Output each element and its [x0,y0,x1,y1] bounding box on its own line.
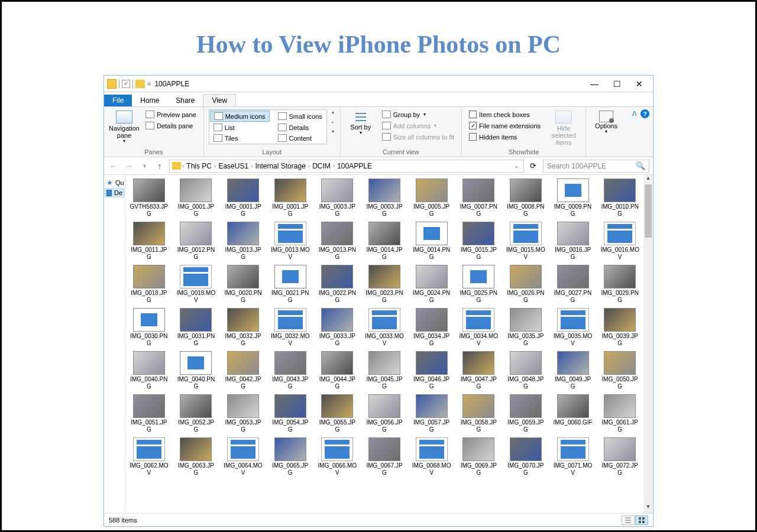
help-icon[interactable]: ? [640,109,649,118]
file-item[interactable]: IMG_0012.PNG [174,222,219,260]
scrollbar-vertical[interactable]: ▲ ▼ [643,175,653,513]
file-list[interactable]: GVTH5833.JPGIMG_0001.JPGIMG_0001.JPGIMG_… [125,175,643,513]
breadcrumb-segment[interactable]: Internal Storage [254,162,306,170]
navigation-pane-button[interactable]: Navigation pane [109,109,140,145]
file-item[interactable]: IMG_0003.JPG [362,179,407,217]
file-item[interactable]: IMG_0013.MOV [268,222,313,260]
file-item[interactable]: IMG_0042.JPG [221,351,266,390]
sort-by-button[interactable]: Sort by [345,109,376,137]
file-item[interactable]: IMG_0071.MOV [551,437,596,476]
layout-tiles[interactable]: Tiles [210,133,270,143]
layout-medium-icons[interactable]: Medium icons [210,111,270,122]
close-button[interactable]: ✕ [628,76,651,92]
file-item[interactable]: IMG_0062.MOV [127,437,172,476]
file-item[interactable]: IMG_0056.JPG [362,394,407,433]
file-item[interactable]: IMG_0058.JPG [456,394,501,433]
file-item[interactable]: IMG_0001.JPG [268,179,313,217]
file-item[interactable]: IMG_0040.PNG [174,351,219,390]
file-item[interactable]: IMG_0052.JPG [174,394,219,433]
file-item[interactable]: IMG_0030.PNG [127,308,172,346]
options-button[interactable]: Options [591,109,622,136]
hidden-items-toggle[interactable]: Hidden items [467,132,543,142]
qat-properties-icon[interactable]: ✓ [122,80,130,88]
file-item[interactable]: IMG_0005.JPG [409,179,454,217]
layout-list[interactable]: List [210,122,270,132]
file-item[interactable]: IMG_0068.MOV [409,437,454,476]
minimize-button[interactable]: — [583,76,606,92]
search-box[interactable]: Search 100APPLE 🔍 [543,160,649,173]
breadcrumb-segment[interactable]: EaseUS1 [217,162,250,170]
view-icons-button[interactable] [635,515,648,525]
file-item[interactable]: IMG_0054.JPG [268,394,313,433]
file-item[interactable]: IMG_0049.JPG [551,351,596,390]
recent-dropdown[interactable]: ▾ [138,163,150,169]
file-item[interactable]: IMG_0061.JPG [597,394,642,433]
file-item[interactable]: IMG_0059.JPG [503,394,548,433]
file-item[interactable]: IMG_0023.PNG [362,265,407,303]
file-item[interactable]: IMG_0051.JPG [127,394,172,433]
scroll-down-icon[interactable]: ▼ [643,504,653,513]
file-item[interactable]: IMG_0001.JPG [221,179,266,217]
file-item[interactable]: IMG_0025.PNG [456,265,501,303]
tab-view[interactable]: View [203,94,236,106]
address-dropdown-icon[interactable]: ⌄ [512,163,521,169]
file-item[interactable]: IMG_0065.JPG [268,437,313,476]
file-item[interactable]: IMG_0014.JPG [362,222,407,260]
maximize-button[interactable]: ☐ [606,76,628,92]
file-item[interactable]: IMG_0016.MOV [597,222,642,260]
breadcrumb-segment[interactable]: This PC [185,162,213,170]
file-item[interactable]: IMG_0069.JPG [456,437,501,476]
file-item[interactable]: IMG_0011.JPG [127,222,172,260]
file-item[interactable]: IMG_0066.MOV [315,437,360,476]
refresh-button[interactable]: ⟳ [526,161,539,170]
file-item[interactable]: IMG_0040.PNG [127,351,172,390]
file-item[interactable]: IMG_0053.JPG [221,394,266,433]
file-item[interactable]: IMG_0018.JPG [127,265,172,303]
file-item[interactable]: IMG_0015.MOV [503,222,548,260]
file-item[interactable]: IMG_0033.MOV [362,308,407,346]
file-item[interactable]: IMG_0055.JPG [315,394,360,433]
file-item[interactable]: IMG_0013.JPG [221,222,266,260]
sidebar-desktop[interactable]: De [104,188,125,197]
file-item[interactable]: IMG_0009.PNG [551,179,596,217]
file-name-extensions-toggle[interactable]: File name extensions [467,121,543,131]
file-item[interactable]: IMG_0060.GIF [551,394,596,433]
file-item[interactable]: IMG_0015.JPG [456,222,501,260]
scroll-up-icon[interactable]: ▲ [643,175,653,184]
file-item[interactable]: IMG_0064.MOV [221,437,266,476]
scrollbar-thumb[interactable] [645,184,652,238]
file-item[interactable]: IMG_0010.PNG [597,179,642,217]
file-item[interactable]: IMG_0047.JPG [456,351,501,390]
file-item[interactable]: IMG_0043.JPG [268,351,313,390]
up-button[interactable]: ↑ [154,161,166,171]
file-item[interactable]: IMG_0045.JPG [362,351,407,390]
file-item[interactable]: IMG_0034.MOV [456,308,501,346]
tab-share[interactable]: Share [167,95,203,106]
file-item[interactable]: IMG_0070.JPG [503,437,548,476]
file-item[interactable]: IMG_0024.PNG [409,265,454,303]
file-item[interactable]: IMG_0029.PNG [597,265,642,303]
layout-scroll[interactable]: ▴•▾ [331,109,335,134]
tab-file[interactable]: File [104,95,132,106]
file-item[interactable]: IMG_0022.PNG [315,265,360,303]
file-item[interactable]: IMG_0063.JPG [174,437,219,476]
file-item[interactable]: IMG_0018.MOV [174,265,219,303]
file-item[interactable]: IMG_0007.PNG [456,179,501,217]
file-item[interactable]: IMG_0026.PNG [503,265,548,303]
file-item[interactable]: IMG_0032.MOV [268,308,313,346]
navigation-tree[interactable]: ★Qu De [104,175,125,513]
sidebar-quick-access[interactable]: ★Qu [104,177,125,188]
layout-small-icons[interactable]: Small icons [274,111,326,122]
preview-pane-button[interactable]: Preview pane [143,109,199,119]
file-item[interactable]: IMG_0016.JPG [551,222,596,260]
collapse-ribbon-icon[interactable]: ᐱ [632,110,637,118]
layout-details[interactable]: Details [274,122,326,132]
breadcrumb-segment[interactable]: DCIM [311,162,332,170]
qat-folder-icon[interactable] [107,79,117,89]
file-item[interactable]: IMG_0001.JPG [174,179,219,217]
file-item[interactable]: IMG_0003.JPG [315,179,360,217]
tab-home[interactable]: Home [132,95,167,106]
file-item[interactable]: IMG_0034.JPG [409,308,454,346]
file-item[interactable]: IMG_0050.JPG [597,351,642,390]
file-item[interactable]: IMG_0035.JPG [503,308,548,346]
